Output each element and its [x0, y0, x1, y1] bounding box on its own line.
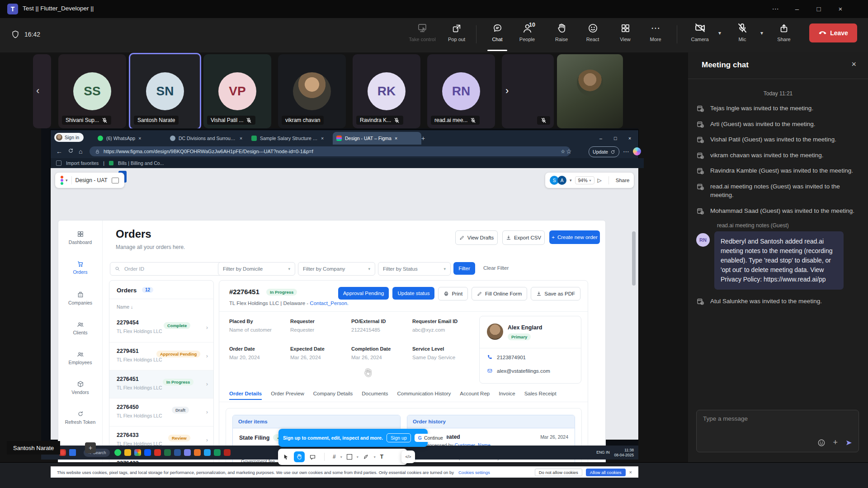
emoji-icon[interactable]: [817, 439, 826, 447]
sidebar-item-orders[interactable]: Orders: [58, 260, 102, 275]
bills-bookmark-link[interactable]: Bills | Billing and Co...: [118, 160, 164, 166]
participant-tile[interactable]: vikram chavan: [278, 54, 346, 128]
participant-tile[interactable]: RK Ravindra K...: [353, 54, 420, 128]
participant-tile-partial-right[interactable]: [502, 54, 554, 128]
mic-button[interactable]: Mic: [726, 22, 759, 42]
edge-icon[interactable]: [144, 449, 151, 456]
participant-tile[interactable]: SS Shivani Sup...: [58, 54, 126, 128]
address-bar[interactable]: https://www.figma.com/design/9BKQ0FOHRWa…: [90, 146, 571, 156]
sign-up-button[interactable]: Sign up: [387, 433, 411, 442]
tab-sales-receipt[interactable]: Sales Receipt: [524, 391, 557, 400]
browser-minimize-button[interactable]: –: [596, 132, 606, 145]
react-button[interactable]: React: [576, 22, 609, 42]
tab-close-icon[interactable]: ×: [138, 136, 141, 141]
favorite-star-icon[interactable]: ☆: [561, 149, 565, 155]
update-status-button[interactable]: Update status: [392, 287, 434, 300]
allow-cookies-button[interactable]: Allow all cookies: [586, 469, 626, 476]
tab-close-icon[interactable]: ×: [321, 136, 324, 141]
tab-invoice[interactable]: Invoice: [499, 391, 515, 400]
people-button[interactable]: 10 People: [511, 22, 543, 42]
chrome-icon[interactable]: [134, 449, 141, 456]
contact-person-link[interactable]: Contact_Person.: [310, 300, 349, 306]
comment-tool-icon[interactable]: [309, 454, 316, 460]
tab-documents[interactable]: Documents: [362, 391, 388, 400]
filter-status-dropdown[interactable]: Filter by Status▾: [378, 262, 451, 276]
present-icon[interactable]: ▷: [598, 177, 602, 183]
window-maximize-button[interactable]: □: [808, 0, 829, 18]
reload-icon[interactable]: [68, 148, 74, 154]
tab-order-preview[interactable]: Order Preview: [271, 391, 304, 400]
update-button[interactable]: Update: [589, 146, 619, 157]
dev-mode-toggle[interactable]: </>: [401, 450, 415, 463]
leave-button[interactable]: Leave: [809, 23, 857, 42]
google-continue-button[interactable]: G Continue: [415, 434, 447, 442]
home-icon[interactable]: ⌂: [79, 148, 82, 155]
send-icon[interactable]: [845, 439, 853, 447]
print-button[interactable]: Print: [438, 287, 468, 300]
copilot-icon[interactable]: [633, 147, 641, 155]
tab-account-rep[interactable]: Account Rep: [460, 391, 490, 400]
participant-tile-partial-left[interactable]: [33, 54, 51, 128]
add-overlay-button[interactable]: +: [85, 442, 96, 453]
window-close-button[interactable]: ×: [830, 0, 851, 18]
teams-icon[interactable]: [184, 449, 191, 456]
scroll-left-icon[interactable]: ‹: [36, 85, 39, 97]
chat-input-box[interactable]: +: [696, 410, 859, 452]
message-bubble[interactable]: Redberyl and Santosh added read.ai meeti…: [714, 231, 844, 290]
excel-icon[interactable]: [164, 449, 171, 456]
sidebar-item-refresh-token[interactable]: Refresh Token: [58, 410, 102, 425]
camera-dropdown-icon[interactable]: ▾: [718, 30, 721, 36]
brave-icon[interactable]: [194, 449, 201, 456]
sidebar-item-clients[interactable]: Clients: [58, 321, 102, 335]
cookies-settings-link[interactable]: Cookies settings: [458, 470, 490, 475]
pop-out-button[interactable]: Pop out: [440, 22, 473, 42]
text-tool-icon[interactable]: T: [380, 454, 383, 460]
move-tool-icon[interactable]: [283, 454, 289, 460]
zoom-level-dropdown[interactable]: 94%▾: [575, 176, 594, 184]
collaborator-avatar-a[interactable]: A: [557, 176, 566, 185]
fill-online-form-button[interactable]: Fill Online Form: [472, 287, 527, 300]
layout-panel-icon[interactable]: [112, 178, 119, 183]
save-as-pdf-button[interactable]: Save as PDF: [531, 287, 580, 300]
browser-profile-button[interactable]: Sign in: [54, 133, 84, 142]
browser-essentials-icon[interactable]: ☆: [566, 148, 572, 155]
contact-phone-row[interactable]: 2123874901: [487, 354, 526, 360]
window-minimize-button[interactable]: –: [787, 0, 807, 18]
order-row[interactable]: 2279451TL Flex Holdings LLC Approval Pen…: [109, 342, 213, 371]
order-row[interactable]: 2279454TL Flex Holdings LLC Complete ›: [109, 314, 213, 342]
new-tab-button[interactable]: +: [418, 132, 429, 145]
figma-logo-icon[interactable]: [61, 176, 63, 185]
raise-hand-button[interactable]: Raise: [545, 22, 578, 42]
tab-company-details[interactable]: Company Details: [313, 391, 353, 400]
figma-menu-chevron-icon[interactable]: ▾: [66, 178, 68, 183]
column-header-name[interactable]: Name ↓: [117, 304, 133, 310]
pen-tool-icon[interactable]: [363, 454, 369, 460]
more-button[interactable]: ⋯ More: [639, 22, 672, 42]
start-icon[interactable]: [69, 449, 76, 456]
sidebar-item-dashboard[interactable]: Dashboard: [58, 230, 102, 245]
collaborators-chevron-icon[interactable]: ▾: [570, 178, 572, 183]
approval-pending-button[interactable]: Approval Pending: [338, 287, 389, 300]
order-id-input[interactable]: [123, 266, 202, 272]
pdf-icon[interactable]: [154, 449, 161, 456]
share-button[interactable]: Share: [768, 22, 800, 42]
view-button[interactable]: View: [609, 22, 642, 42]
order-id-search[interactable]: [110, 262, 222, 276]
order-row-selected[interactable]: 2276451TL Flex Holdings LLC In Progress …: [109, 370, 213, 399]
filter-company-dropdown[interactable]: Filter by Company▾: [298, 262, 375, 276]
filter-button[interactable]: Filter: [453, 262, 475, 275]
gmail-icon[interactable]: [224, 449, 231, 456]
contact-email-row[interactable]: alex@vstatefilings.com: [487, 368, 550, 374]
attach-plus-icon[interactable]: +: [833, 438, 838, 447]
camera-button[interactable]: Camera: [684, 22, 716, 42]
back-icon[interactable]: ←: [56, 148, 62, 155]
figma-share-button[interactable]: Share: [616, 178, 630, 183]
tab-close-icon[interactable]: ×: [395, 136, 397, 141]
clear-filter-button[interactable]: Clear Filter: [483, 265, 509, 271]
folder-icon[interactable]: [124, 449, 131, 456]
participant-tile[interactable]: RN read.ai mee...: [427, 54, 495, 128]
frame-tool-icon[interactable]: #: [333, 454, 336, 460]
browser-tab-figma-active[interactable]: Design - UAT – Figma ×: [333, 132, 421, 145]
browser-tab-sheet[interactable]: Sample Salary Structure with calc ×: [248, 132, 335, 145]
import-favorites-link[interactable]: Import favorites: [66, 160, 99, 166]
